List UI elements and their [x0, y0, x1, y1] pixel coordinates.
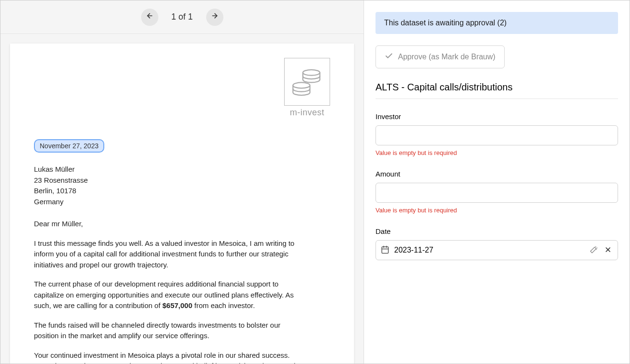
calendar-icon [381, 245, 389, 255]
paragraph-1: I trust this message finds you well. As … [34, 238, 302, 271]
letter-body: Dear mr Müller, I trust this message fin… [34, 219, 330, 364]
date-highlight[interactable]: November 27, 2023 [34, 139, 104, 153]
document-page: m-invest November 27, 2023 Lukas Müller … [10, 44, 354, 364]
check-icon [385, 52, 393, 62]
approve-label: Approve (as Mark de Brauw) [398, 53, 496, 61]
close-icon [604, 246, 612, 255]
status-banner: This dataset is awaiting approval (2) [376, 12, 618, 34]
next-page-button[interactable] [206, 9, 223, 26]
approve-button[interactable]: Approve (as Mark de Brauw) [376, 45, 505, 68]
date-input[interactable]: 2023-11-27 [376, 240, 618, 260]
amount-error: Value is empty but is required [376, 207, 618, 214]
paragraph-2: The current phase of our development req… [34, 279, 302, 311]
amount-label: Amount [376, 170, 618, 178]
investor-error: Value is empty but is required [376, 149, 618, 156]
date-label: Date [376, 227, 618, 235]
paragraph-4: Your continued investment in Mesoica pla… [34, 350, 302, 364]
investor-field: Investor Value is empty but is required [376, 112, 618, 156]
magic-wand-button[interactable] [589, 245, 598, 256]
app-root: 1 of 1 [0, 0, 630, 364]
section-title: ALTS - Capital calls/distributions [376, 82, 618, 93]
salutation: Dear mr Müller, [34, 219, 302, 230]
prev-page-button[interactable] [141, 9, 158, 26]
address-block: Lukas Müller 23 Rosenstrasse Berlin, 101… [34, 164, 330, 207]
amount-field: Amount Value is empty but is required [376, 170, 618, 214]
address-city: Berlin, 10178 [34, 186, 330, 197]
form-panel: This dataset is awaiting approval (2) Ap… [364, 0, 630, 364]
divider [376, 99, 618, 99]
document-panel: 1 of 1 [0, 0, 364, 364]
status-text: This dataset is awaiting approval (2) [384, 19, 507, 27]
address-name: Lukas Müller [34, 164, 330, 175]
logo-block: m-invest [284, 58, 330, 118]
investor-input[interactable] [376, 125, 618, 145]
document-toolbar: 1 of 1 [0, 0, 364, 34]
arrow-left-icon [146, 12, 154, 22]
address-country: Germany [34, 197, 330, 208]
logo-caption: m-invest [284, 108, 330, 118]
paragraph-3: The funds raised will be channeled direc… [34, 320, 302, 342]
coins-icon [284, 58, 330, 106]
address-street: 23 Rosenstrasse [34, 175, 330, 186]
date-value: 2023-11-27 [394, 246, 584, 254]
investor-label: Investor [376, 112, 618, 121]
arrow-right-icon [211, 12, 219, 22]
amount-input[interactable] [376, 183, 618, 203]
page-indicator: 1 of 1 [168, 12, 197, 22]
svg-rect-4 [382, 247, 388, 254]
document-viewport: m-invest November 27, 2023 Lukas Müller … [0, 34, 364, 364]
date-field: Date 2023-11-27 [376, 227, 618, 260]
clear-date-button[interactable] [603, 245, 613, 256]
svg-point-3 [293, 82, 310, 88]
magic-wand-icon [590, 246, 597, 255]
svg-point-2 [303, 70, 320, 76]
